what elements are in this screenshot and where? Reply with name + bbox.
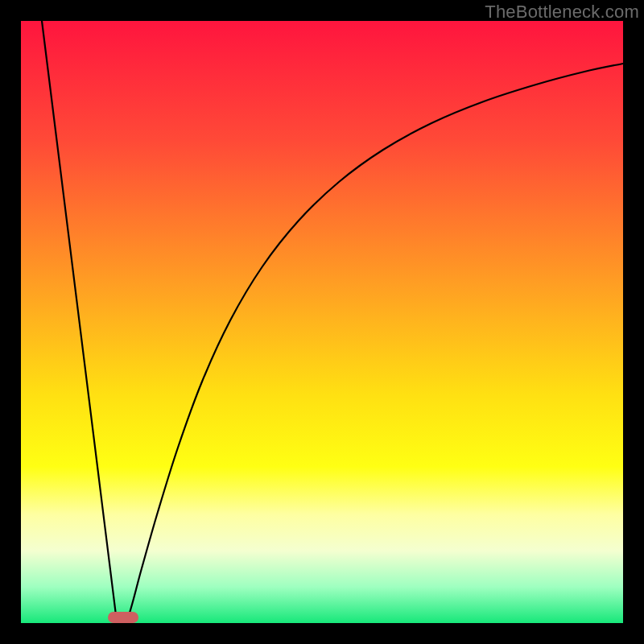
bottleneck-curve [21,21,623,623]
watermark-text: TheBottleneck.com [485,2,639,23]
chart-frame: TheBottleneck.com [0,0,644,644]
optimal-range-marker [108,612,138,623]
plot-area [21,21,623,623]
svg-line-0 [42,21,116,615]
